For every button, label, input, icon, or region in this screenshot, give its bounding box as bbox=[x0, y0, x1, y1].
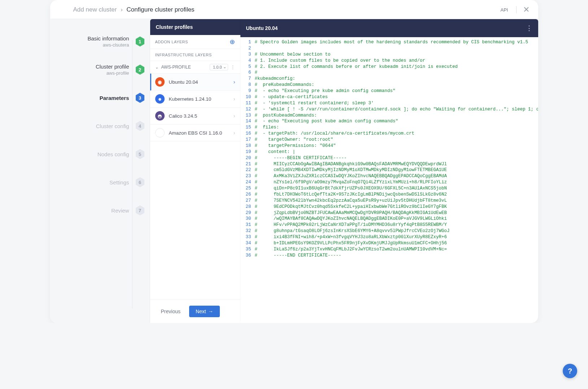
code-line: 36# -----END CERTIFICATE----- bbox=[240, 253, 538, 259]
step-subtitle: aws-profile bbox=[96, 70, 129, 76]
line-number: 14 bbox=[240, 118, 255, 124]
line-content: # HFv/vPPAQ2MPk02rLjWzCaNrXD7aPPgT/1uDMY… bbox=[255, 222, 447, 228]
line-content: # 7SEYNCV542lbYwn42kbcEq2pzzAaCqa5uEPsR9… bbox=[255, 198, 447, 204]
line-number: 33 bbox=[240, 234, 255, 240]
layers-panel-title: Cluster profiles bbox=[150, 19, 240, 35]
code-line: 20# -----BEGIN CERTIFICATE----- bbox=[240, 155, 538, 161]
layer-item[interactable]: ◉Ubuntu 20.04› bbox=[150, 74, 240, 91]
line-content: # -----END CERTIFICATE----- bbox=[255, 253, 341, 259]
step-6: Settings6 bbox=[50, 176, 150, 188]
code-line: 1# Spectro Golden images includes most o… bbox=[240, 39, 538, 45]
code-line: 9# - echo "Executing pre kube admin conf… bbox=[240, 88, 538, 94]
line-content: # AxMKa3ViZXJuZXRlczCCASIwDQYJKoZIhvcNAQ… bbox=[255, 173, 447, 179]
code-line: 21# MIICyzCCAbOgAwIBAgIBADANBgkqhkiG9w0B… bbox=[240, 161, 538, 167]
api-link[interactable]: API bbox=[501, 7, 508, 13]
line-number: 28 bbox=[240, 204, 255, 210]
line-number: 10 bbox=[240, 94, 255, 100]
chevron-right-icon: › bbox=[234, 79, 235, 85]
line-number: 20 bbox=[240, 155, 255, 161]
step-title: Cluster config bbox=[96, 123, 129, 129]
layer-item[interactable]: ◓Calico 3.24.5› bbox=[150, 108, 240, 124]
breadcrumb-parent[interactable]: Add new cluster bbox=[73, 6, 117, 13]
code-line: 27# 7SEYNCV542lbYwn42kbcEq2pzzAaCqa5uEPs… bbox=[240, 198, 538, 204]
line-number: 34 bbox=[240, 240, 255, 246]
line-content: # 1. Include custom files to be copied o… bbox=[255, 58, 426, 64]
line-number: 6 bbox=[240, 70, 255, 76]
code-line: 14# - echo "Executing post kube admin co… bbox=[240, 118, 538, 124]
calico-icon: ◓ bbox=[155, 111, 165, 121]
line-content: # targetPermissions: "0644" bbox=[255, 143, 336, 149]
ubuntu-icon: ◉ bbox=[155, 77, 165, 87]
line-number: 35 bbox=[240, 246, 255, 253]
k8s-icon: ⎈ bbox=[155, 94, 165, 104]
line-content: # -----BEGIN CERTIFICATE----- bbox=[255, 155, 347, 161]
previous-button[interactable]: Previous bbox=[157, 306, 185, 317]
profile-version-select[interactable]: 1.0.0 bbox=[210, 64, 228, 70]
code-line: 26# fbLt7DH3WoT6tLcQefTta2K+9S7zJKcIgLmB… bbox=[240, 192, 538, 198]
step-2[interactable]: Cluster profileaws-profile2 bbox=[50, 64, 150, 75]
step-badge: 7 bbox=[135, 205, 145, 215]
layer-name: Kubernetes 1.24.10 bbox=[169, 96, 234, 102]
line-content: # MIICyzCCAbOgAwIBAgIBADANBgkqhkiG9w0BAQ… bbox=[255, 161, 447, 167]
code-line: 33# ixi4B3fFNI+wih8/+p4xW+n3fvgqVYHJ3zo8… bbox=[240, 234, 538, 240]
line-number: 18 bbox=[240, 143, 255, 149]
code-editor[interactable]: 1# Spectro Golden images includes most o… bbox=[240, 37, 538, 323]
stepper: Basic informationaws-clsutera1Cluster pr… bbox=[50, 19, 150, 323]
line-content: # - update-ca-certificates bbox=[255, 94, 328, 100]
code-line: 28# 9EdCPODkqtMJtCvz0hqd5SxkfeC2L+ypaiHI… bbox=[240, 204, 538, 210]
step-badge: 6 bbox=[135, 177, 145, 187]
profile-menu-icon[interactable]: ⋮ bbox=[230, 64, 235, 70]
code-line: 16# - targetPath: /usr/local/share/ca-ce… bbox=[240, 131, 538, 137]
line-number: 13 bbox=[240, 113, 255, 119]
layer-name: Amazon EBS CSI 1.16.0 bbox=[169, 130, 234, 136]
line-content: # IkLaSJf6z/p2a3YjTxvHNCqFMLbJ2FvJwYCRzs… bbox=[255, 246, 447, 253]
divider bbox=[516, 6, 517, 13]
line-number: 36 bbox=[240, 253, 255, 259]
line-content: # content: | bbox=[255, 149, 296, 155]
editor-panel: Ubuntu 20.04 ⋮ 1# Spectro Golden images … bbox=[240, 19, 538, 323]
layer-item[interactable]: awsAmazon EBS CSI 1.16.0› bbox=[150, 124, 240, 141]
line-content: # targetOwner: "root:root" bbox=[255, 137, 334, 143]
close-icon[interactable]: ✕ bbox=[523, 6, 530, 14]
line-number: 2 bbox=[240, 45, 255, 52]
line-content: # /wQIMAYBAf8CAQAwDQYJKoZIhvcNAQELBQADgg… bbox=[255, 216, 447, 222]
topbar: Add new cluster › Configure cluster prof… bbox=[50, 0, 538, 19]
line-content: # - echo "Executing pre kube admin confi… bbox=[255, 88, 396, 94]
breadcrumb-separator: › bbox=[121, 6, 123, 13]
chevron-right-icon: › bbox=[234, 96, 235, 102]
step-1[interactable]: Basic informationaws-clsutera1 bbox=[50, 36, 150, 47]
code-line: 6# bbox=[240, 70, 538, 76]
step-3[interactable]: Parameters3 bbox=[50, 92, 150, 104]
add-layer-icon[interactable]: ⊕ bbox=[230, 39, 235, 45]
line-number: 21 bbox=[240, 161, 255, 167]
code-line: 8# preKubeadmCommands: bbox=[240, 82, 538, 88]
step-badge: 3 bbox=[135, 93, 145, 103]
line-number: 4 bbox=[240, 58, 255, 64]
step-7: Review7 bbox=[50, 205, 150, 216]
code-line: 13# postKubeadmCommands: bbox=[240, 113, 538, 119]
aws-icon: aws bbox=[155, 128, 165, 137]
line-number: 29 bbox=[240, 210, 255, 216]
profile-row[interactable]: ⌄ AWS-PROFILE 1.0.0 ⋮ bbox=[150, 61, 240, 74]
line-content: # b+IDLmHPEGsY9KOZ9VLLPcPhx5FR9njFyXvDKm… bbox=[255, 240, 447, 246]
code-line: 4# 1. Include custom files to be copied … bbox=[240, 58, 538, 64]
line-number: 30 bbox=[240, 216, 255, 222]
code-line: 3# Uncomment below section to bbox=[240, 52, 538, 58]
line-content: # preKubeadmCommands: bbox=[255, 82, 314, 88]
code-line: 30# /wQIMAYBAf8CAQAwDQYJKoZIhvcNAQELBQAD… bbox=[240, 216, 538, 222]
line-number: 31 bbox=[240, 222, 255, 228]
line-content: # - targetPath: /usr/local/share/ca-cert… bbox=[255, 131, 415, 137]
line-number: 1 bbox=[240, 39, 255, 45]
editor-menu-icon[interactable]: ⋮ bbox=[526, 24, 532, 32]
line-content: #kubeadmconfig: bbox=[255, 76, 296, 82]
layer-name: Calico 3.24.5 bbox=[169, 113, 234, 119]
layer-item[interactable]: ⎈Kubernetes 1.24.10› bbox=[150, 91, 240, 108]
code-line: 11# - 'systemctl restart containerd; sle… bbox=[240, 100, 538, 106]
next-button[interactable]: Next → bbox=[189, 306, 220, 317]
line-content: # fbLt7DH3WoT6tLcQefTta2K+9S7zJKcIgLmBlP… bbox=[255, 192, 447, 198]
line-number: 32 bbox=[240, 228, 255, 234]
code-line: 17# targetOwner: "root:root" bbox=[240, 137, 538, 143]
code-line: 32# g8uhnpa/tGsaqO8LOFj6zsInKrsXSbE6YMY6… bbox=[240, 228, 538, 234]
step-title: Nodes config bbox=[97, 151, 129, 157]
line-number: 23 bbox=[240, 173, 255, 179]
